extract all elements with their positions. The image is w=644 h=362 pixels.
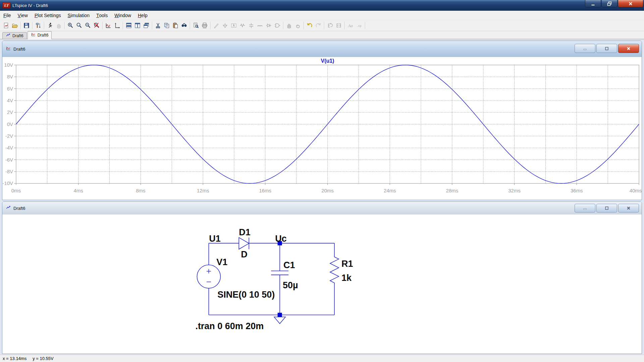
menu-plot-settings[interactable]: Plot Settings bbox=[31, 11, 64, 20]
resistor-ref-label[interactable]: R1 bbox=[341, 259, 353, 269]
minimize-icon bbox=[582, 46, 588, 51]
schematic-canvas[interactable]: U1 Uc D1 D V1 SINE(0 10 50) C1 50µ R1 1k… bbox=[2, 215, 642, 354]
menu-simulation[interactable]: Simulation bbox=[64, 11, 93, 20]
find-button[interactable] bbox=[180, 21, 189, 30]
new-schematic-button[interactable] bbox=[2, 21, 10, 30]
menu-tools[interactable]: Tools bbox=[93, 11, 111, 20]
inductor-button bbox=[256, 21, 264, 30]
cascade-button[interactable] bbox=[142, 21, 151, 30]
y-tick-label: 4V bbox=[7, 98, 13, 103]
tile-vertical-button[interactable] bbox=[133, 21, 142, 30]
autorange-y-button[interactable] bbox=[104, 21, 113, 30]
autorange-y-icon bbox=[105, 22, 112, 29]
control-panel-button[interactable] bbox=[34, 21, 43, 30]
window-title: LTspice IV - Draft6 bbox=[12, 3, 48, 8]
run-button[interactable] bbox=[46, 21, 54, 30]
capacitor-symbol[interactable] bbox=[271, 243, 288, 315]
wire-icon bbox=[213, 22, 220, 29]
waveform-minimize-button[interactable] bbox=[575, 44, 595, 53]
label-net-icon bbox=[230, 22, 237, 29]
ground-symbol[interactable] bbox=[274, 317, 285, 324]
toolbar-separator bbox=[344, 22, 345, 29]
diode-symbol[interactable] bbox=[239, 238, 249, 249]
menu-help[interactable]: Help bbox=[135, 11, 151, 20]
circuit-wires bbox=[197, 238, 339, 324]
restore-button[interactable] bbox=[601, 0, 618, 7]
x-tick-label: 20ms bbox=[321, 188, 334, 193]
plot-settings-button[interactable] bbox=[113, 21, 121, 30]
source-value-label[interactable]: SINE(0 10 50) bbox=[217, 290, 275, 300]
resistor-value-label[interactable]: 1k bbox=[341, 273, 352, 283]
open-file-button[interactable] bbox=[10, 21, 19, 30]
net-label-u1[interactable]: U1 bbox=[209, 234, 220, 244]
diode-ref-label[interactable]: D1 bbox=[239, 227, 250, 237]
restore-icon bbox=[606, 0, 613, 7]
capacitor-button bbox=[247, 21, 256, 30]
tab-schematic-draft6[interactable]: Draft6 bbox=[2, 32, 27, 39]
plot-settings-icon bbox=[114, 22, 120, 29]
menu-file[interactable]: File bbox=[0, 11, 14, 20]
capacitor-value-label[interactable]: 50µ bbox=[283, 280, 298, 290]
toolbar-separator bbox=[304, 22, 304, 29]
schematic-maximize-button[interactable] bbox=[596, 204, 617, 213]
ground-button bbox=[221, 21, 229, 30]
y-tick-label: 2V bbox=[7, 109, 13, 115]
drag-button bbox=[293, 21, 302, 30]
menu-window[interactable]: Window bbox=[111, 11, 135, 20]
print-button[interactable] bbox=[200, 21, 209, 30]
menu-view[interactable]: View bbox=[14, 11, 31, 20]
spice-directive-text[interactable]: .tran 0 60m 20m bbox=[195, 321, 264, 331]
waveform-close-button[interactable] bbox=[618, 44, 639, 53]
x-tick-label: 4ms bbox=[74, 188, 83, 193]
save-button[interactable] bbox=[22, 21, 31, 30]
diode-button bbox=[264, 21, 273, 30]
resistor-symbol[interactable] bbox=[330, 243, 339, 315]
zoom-back-button[interactable] bbox=[75, 21, 84, 30]
zoom-out-button[interactable] bbox=[84, 21, 92, 30]
close-button[interactable] bbox=[618, 0, 643, 7]
waveform-maximize-button[interactable] bbox=[596, 44, 617, 53]
save-icon bbox=[23, 22, 30, 29]
copy-button[interactable] bbox=[162, 21, 171, 30]
print-preview-button[interactable] bbox=[192, 21, 200, 30]
tab-waveform-draft6[interactable]: Draft6 bbox=[28, 31, 52, 39]
y-tick-label: -10V bbox=[2, 180, 13, 186]
waveform-window-titlebar[interactable]: Draft6 bbox=[2, 41, 642, 57]
toolbar-separator bbox=[190, 22, 190, 29]
schematic-close-button[interactable] bbox=[618, 204, 639, 213]
undo-icon bbox=[306, 22, 313, 29]
zoom-back-icon bbox=[76, 22, 83, 29]
waveform-plot-pane[interactable]: 0ms4ms8ms12ms16ms20ms24ms28ms32ms36ms40m… bbox=[2, 57, 642, 200]
node-marker-gnd[interactable] bbox=[278, 313, 282, 317]
redo-button bbox=[314, 21, 323, 30]
inductor-icon bbox=[257, 22, 263, 29]
zoom-in-button[interactable] bbox=[66, 21, 75, 30]
minimize-button[interactable] bbox=[585, 0, 601, 7]
x-tick-label: 28ms bbox=[446, 188, 459, 193]
undo-button[interactable] bbox=[305, 21, 314, 30]
waveform-icon bbox=[31, 32, 36, 37]
cut-button[interactable] bbox=[154, 21, 162, 30]
waveform-window-title: Draft6 bbox=[13, 47, 25, 52]
wire-button bbox=[212, 21, 221, 30]
paste-button[interactable] bbox=[171, 21, 180, 30]
capacitor-ref-label[interactable]: C1 bbox=[283, 260, 295, 270]
zoom-full-extents-button[interactable] bbox=[92, 21, 101, 30]
schematic-window-titlebar[interactable]: Draft6 bbox=[2, 202, 642, 215]
schematic-window-controls bbox=[575, 204, 639, 213]
run-icon bbox=[47, 22, 53, 29]
voltage-source-symbol[interactable] bbox=[197, 265, 220, 288]
toolbar-separator bbox=[20, 22, 21, 29]
maximize-icon bbox=[604, 205, 609, 211]
source-ref-label[interactable]: V1 bbox=[216, 257, 227, 267]
y-tick-label: -2V bbox=[5, 133, 13, 139]
paste-icon bbox=[172, 22, 179, 29]
net-label-uc[interactable]: Uc bbox=[275, 234, 286, 244]
status-bar: x = 13.14ms y = 10.55V bbox=[0, 355, 644, 362]
schematic-icon bbox=[6, 33, 11, 38]
diode-value-label[interactable]: D bbox=[241, 249, 247, 259]
tile-horizontal-button[interactable] bbox=[124, 21, 133, 30]
schematic-icon bbox=[6, 33, 11, 39]
schematic-minimize-button[interactable] bbox=[575, 204, 595, 213]
svg-text:Aa: Aa bbox=[348, 23, 353, 28]
